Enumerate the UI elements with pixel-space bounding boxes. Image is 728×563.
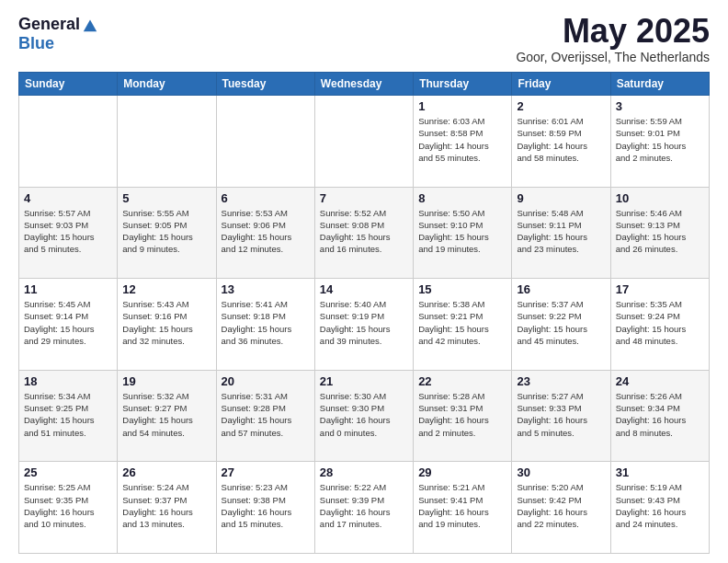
day-number: 25 [24, 465, 112, 479]
day-number: 18 [24, 374, 112, 388]
month-title: May 2025 [516, 15, 710, 48]
day-number: 22 [418, 374, 506, 388]
day-info: Sunrise: 5:28 AM Sunset: 9:31 PM Dayligh… [418, 390, 506, 439]
day-number: 3 [616, 99, 704, 113]
day-info: Sunrise: 6:01 AM Sunset: 8:59 PM Dayligh… [517, 115, 605, 164]
week-row-5: 25Sunrise: 5:25 AM Sunset: 9:35 PM Dayli… [19, 462, 710, 554]
day-cell: 26Sunrise: 5:24 AM Sunset: 9:37 PM Dayli… [118, 462, 216, 554]
day-number: 16 [517, 282, 605, 296]
day-number: 20 [222, 374, 310, 388]
day-info: Sunrise: 5:31 AM Sunset: 9:28 PM Dayligh… [222, 390, 310, 439]
day-cell [118, 96, 216, 188]
logo-blue-text: Blue [18, 34, 54, 53]
day-cell: 30Sunrise: 5:20 AM Sunset: 9:42 PM Dayli… [512, 462, 610, 554]
logo-icon [82, 17, 98, 33]
week-row-1: 1Sunrise: 6:03 AM Sunset: 8:58 PM Daylig… [19, 96, 710, 188]
day-number: 4 [24, 191, 112, 205]
day-number: 7 [320, 191, 408, 205]
week-row-2: 4Sunrise: 5:57 AM Sunset: 9:03 PM Daylig… [19, 187, 710, 279]
day-cell: 23Sunrise: 5:27 AM Sunset: 9:33 PM Dayli… [512, 370, 610, 462]
day-info: Sunrise: 5:24 AM Sunset: 9:37 PM Dayligh… [122, 481, 210, 530]
day-cell: 14Sunrise: 5:40 AM Sunset: 9:19 PM Dayli… [314, 279, 413, 371]
header-cell-tuesday: Tuesday [216, 73, 314, 96]
day-number: 12 [122, 282, 210, 296]
day-info: Sunrise: 5:53 AM Sunset: 9:06 PM Dayligh… [222, 207, 310, 256]
day-number: 2 [517, 99, 605, 113]
week-row-4: 18Sunrise: 5:34 AM Sunset: 9:25 PM Dayli… [19, 370, 710, 462]
day-info: Sunrise: 5:59 AM Sunset: 9:01 PM Dayligh… [616, 115, 704, 164]
header-cell-saturday: Saturday [610, 73, 709, 96]
day-number: 30 [517, 465, 605, 479]
day-info: Sunrise: 5:40 AM Sunset: 9:19 PM Dayligh… [320, 298, 408, 347]
day-cell [216, 96, 314, 188]
day-cell: 6Sunrise: 5:53 AM Sunset: 9:06 PM Daylig… [216, 187, 314, 279]
day-info: Sunrise: 5:21 AM Sunset: 9:41 PM Dayligh… [418, 481, 506, 530]
day-number: 5 [122, 191, 210, 205]
day-cell [19, 96, 118, 188]
day-number: 8 [418, 191, 506, 205]
day-cell: 10Sunrise: 5:46 AM Sunset: 9:13 PM Dayli… [610, 187, 709, 279]
day-cell: 25Sunrise: 5:25 AM Sunset: 9:35 PM Dayli… [19, 462, 118, 554]
day-info: Sunrise: 5:37 AM Sunset: 9:22 PM Dayligh… [517, 298, 605, 347]
day-cell: 17Sunrise: 5:35 AM Sunset: 9:24 PM Dayli… [610, 279, 709, 371]
header-cell-monday: Monday [118, 73, 216, 96]
day-info: Sunrise: 5:23 AM Sunset: 9:38 PM Dayligh… [222, 481, 310, 530]
day-info: Sunrise: 5:50 AM Sunset: 9:10 PM Dayligh… [418, 207, 506, 256]
header-cell-thursday: Thursday [414, 73, 512, 96]
day-info: Sunrise: 5:38 AM Sunset: 9:21 PM Dayligh… [418, 298, 506, 347]
day-info: Sunrise: 5:55 AM Sunset: 9:05 PM Dayligh… [122, 207, 210, 256]
day-number: 24 [616, 374, 704, 388]
day-number: 29 [418, 465, 506, 479]
day-info: Sunrise: 5:25 AM Sunset: 9:35 PM Dayligh… [24, 481, 112, 530]
day-cell: 24Sunrise: 5:26 AM Sunset: 9:34 PM Dayli… [610, 370, 709, 462]
day-number: 9 [517, 191, 605, 205]
day-info: Sunrise: 5:45 AM Sunset: 9:14 PM Dayligh… [24, 298, 112, 347]
day-cell: 2Sunrise: 6:01 AM Sunset: 8:59 PM Daylig… [512, 96, 610, 188]
day-info: Sunrise: 5:19 AM Sunset: 9:43 PM Dayligh… [616, 481, 704, 530]
day-cell: 11Sunrise: 5:45 AM Sunset: 9:14 PM Dayli… [19, 279, 118, 371]
day-cell: 27Sunrise: 5:23 AM Sunset: 9:38 PM Dayli… [216, 462, 314, 554]
calendar-table: SundayMondayTuesdayWednesdayThursdayFrid… [18, 72, 710, 554]
logo: General Blue [18, 15, 98, 53]
day-info: Sunrise: 6:03 AM Sunset: 8:58 PM Dayligh… [418, 115, 506, 164]
logo-general-text: General [18, 15, 80, 34]
day-number: 19 [122, 374, 210, 388]
day-cell: 4Sunrise: 5:57 AM Sunset: 9:03 PM Daylig… [19, 187, 118, 279]
day-number: 10 [616, 191, 704, 205]
day-info: Sunrise: 5:34 AM Sunset: 9:25 PM Dayligh… [24, 390, 112, 439]
day-number: 13 [222, 282, 310, 296]
day-number: 11 [24, 282, 112, 296]
day-number: 17 [616, 282, 704, 296]
header-cell-sunday: Sunday [19, 73, 118, 96]
day-info: Sunrise: 5:43 AM Sunset: 9:16 PM Dayligh… [122, 298, 210, 347]
day-cell: 22Sunrise: 5:28 AM Sunset: 9:31 PM Dayli… [414, 370, 512, 462]
day-info: Sunrise: 5:41 AM Sunset: 9:18 PM Dayligh… [222, 298, 310, 347]
day-number: 31 [616, 465, 704, 479]
day-number: 27 [222, 465, 310, 479]
day-cell: 29Sunrise: 5:21 AM Sunset: 9:41 PM Dayli… [414, 462, 512, 554]
day-info: Sunrise: 5:46 AM Sunset: 9:13 PM Dayligh… [616, 207, 704, 256]
day-cell: 12Sunrise: 5:43 AM Sunset: 9:16 PM Dayli… [118, 279, 216, 371]
day-cell: 13Sunrise: 5:41 AM Sunset: 9:18 PM Dayli… [216, 279, 314, 371]
day-cell: 9Sunrise: 5:48 AM Sunset: 9:11 PM Daylig… [512, 187, 610, 279]
title-area: May 2025 Goor, Overijssel, The Netherlan… [516, 15, 710, 64]
day-info: Sunrise: 5:30 AM Sunset: 9:30 PM Dayligh… [320, 390, 408, 439]
day-cell: 20Sunrise: 5:31 AM Sunset: 9:28 PM Dayli… [216, 370, 314, 462]
week-row-3: 11Sunrise: 5:45 AM Sunset: 9:14 PM Dayli… [19, 279, 710, 371]
day-number: 21 [320, 374, 408, 388]
day-cell: 28Sunrise: 5:22 AM Sunset: 9:39 PM Dayli… [314, 462, 413, 554]
day-cell: 19Sunrise: 5:32 AM Sunset: 9:27 PM Dayli… [118, 370, 216, 462]
day-info: Sunrise: 5:22 AM Sunset: 9:39 PM Dayligh… [320, 481, 408, 530]
day-cell: 31Sunrise: 5:19 AM Sunset: 9:43 PM Dayli… [610, 462, 709, 554]
day-cell [314, 96, 413, 188]
day-cell: 15Sunrise: 5:38 AM Sunset: 9:21 PM Dayli… [414, 279, 512, 371]
day-info: Sunrise: 5:57 AM Sunset: 9:03 PM Dayligh… [24, 207, 112, 256]
day-number: 6 [222, 191, 310, 205]
day-info: Sunrise: 5:26 AM Sunset: 9:34 PM Dayligh… [616, 390, 704, 439]
day-cell: 7Sunrise: 5:52 AM Sunset: 9:08 PM Daylig… [314, 187, 413, 279]
location-text: Goor, Overijssel, The Netherlands [516, 50, 710, 64]
day-cell: 3Sunrise: 5:59 AM Sunset: 9:01 PM Daylig… [610, 96, 709, 188]
day-number: 15 [418, 282, 506, 296]
page: General Blue May 2025 Goor, Overijssel, … [0, 0, 728, 563]
day-info: Sunrise: 5:20 AM Sunset: 9:42 PM Dayligh… [517, 481, 605, 530]
